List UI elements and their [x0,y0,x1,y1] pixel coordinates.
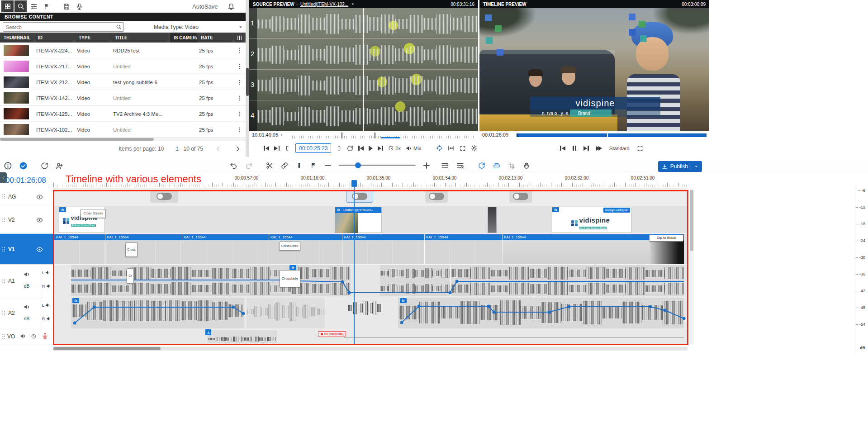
audio-clip[interactable] [398,298,684,328]
audio-mix-button[interactable]: Mix [406,145,421,152]
out-marker[interactable] [375,133,375,138]
visibility-eye-icon[interactable] [36,194,43,200]
right-channel-toggle[interactable]: R [42,316,51,321]
transition-cross-dissolve[interactable]: Cross Dissolv [81,209,106,218]
right-channel-toggle[interactable]: R [42,284,51,289]
left-channel-toggle[interactable]: L [42,270,50,275]
mute-speaker-icon[interactable] [20,333,26,339]
add-marker-icon[interactable] [296,162,303,169]
drag-handle-icon[interactable] [0,309,7,317]
row-menu-icon[interactable] [236,90,245,106]
graphics-item[interactable] [425,190,448,203]
playhead-line[interactable] [354,186,355,345]
transition-crossfade[interactable]: Crossfade [280,270,300,287]
notifications-bell-icon[interactable] [225,0,237,12]
track-lane-vo[interactable]: RECORDING [53,329,688,344]
drag-handle-icon[interactable] [0,193,7,200]
zoom-out-icon[interactable] [325,165,331,166]
fit-to-width-icon[interactable] [448,145,455,152]
column-thumbnail[interactable]: THUMBNAIL [0,33,34,43]
track-header-a1[interactable]: A1 dB L R [0,265,53,297]
column-is-camera[interactable]: IS CAMERA [170,33,197,43]
drag-handle-icon[interactable] [0,333,7,340]
audio-clip[interactable] [71,298,244,328]
row-thumbnail[interactable] [4,124,29,135]
video-clip[interactable]: fx image-vidispin vidispine An Arvato Sy… [552,207,631,233]
note-overlay[interactable] [486,37,493,44]
search-input[interactable] [6,24,116,30]
row-thumbnail[interactable] [4,61,29,72]
note-overlay[interactable] [495,25,502,32]
fullscreen-icon[interactable] [460,145,466,152]
in-marker[interactable] [342,133,342,138]
mute-speaker-icon[interactable] [24,271,30,278]
flag-marker-icon[interactable] [310,162,317,169]
source-video-viewport[interactable]: 1 2 3 4 [249,8,478,131]
search-tool-button[interactable] [14,0,27,12]
graphics-item[interactable] [150,190,178,203]
razor-tool-icon[interactable] [493,162,500,169]
dip-to-black-segment[interactable] [650,240,684,264]
settings-gear-icon[interactable] [471,145,478,152]
link-clips-icon[interactable] [281,162,288,169]
hand-tool-icon[interactable] [523,162,530,169]
note-overlay[interactable] [629,14,636,20]
drag-handle-icon[interactable] [0,277,7,285]
db-toggle[interactable]: dB [24,284,29,289]
fx-badge[interactable]: fx [289,265,296,270]
approve-check-icon[interactable] [19,161,28,170]
zoom-slider[interactable] [339,165,416,166]
note-overlay[interactable] [640,35,647,42]
track-header-ag[interactable]: AG [0,188,53,206]
video-clip[interactable]: fx Untitled(ITEM-VX- [335,207,382,233]
search-icon[interactable] [116,24,122,30]
speed-indicator[interactable]: 0x [388,145,401,151]
video-clip-fragment[interactable] [488,207,497,233]
import-badge[interactable] [205,329,211,335]
note-overlay[interactable] [629,29,636,36]
source-timecode[interactable]: 10:01:40:05 [252,132,284,138]
mark-out-icon[interactable] [336,145,342,151]
table-row[interactable]: ITEM-VX-102... Video Untitled 25 fps [0,122,246,138]
note-overlay[interactable] [485,14,492,21]
redo-icon[interactable] [245,161,253,169]
timeline-vscrollbar[interactable] [689,188,694,344]
drag-handle-icon[interactable] [0,216,7,223]
fx-badge[interactable]: fx [552,207,559,212]
record-mic-icon[interactable] [42,332,48,339]
next-page-icon[interactable] [234,145,241,152]
play-button[interactable] [369,146,373,151]
row-menu-icon[interactable] [236,106,245,122]
visibility-eye-icon[interactable] [36,217,43,223]
transition-cross-dissolve[interactable]: Cross Disso [279,242,300,251]
transition-cr[interactable]: Cr [127,268,134,284]
transition-cross[interactable]: Cross [125,242,138,257]
table-row[interactable]: ITEM-VX-125... Video TV2 Archive 4:3 Me.… [0,106,246,122]
graphics-item-selected[interactable] [346,190,373,203]
trim-tool-icon[interactable] [508,162,515,169]
audio-clip[interactable] [247,298,325,328]
save-button[interactable] [60,0,72,12]
insert-track-icon[interactable] [441,161,449,169]
go-to-end-button[interactable] [583,146,589,151]
items-per-page-label[interactable]: Items per page: 10 [119,146,164,152]
track-lane-a1[interactable]: fx Cr Crossfade [53,265,688,297]
column-type[interactable]: TYPE [75,33,111,43]
overwrite-track-icon[interactable] [456,161,464,169]
row-menu-icon[interactable] [236,58,245,74]
source-playhead-line[interactable] [363,8,364,131]
note-overlay[interactable] [639,21,645,28]
filters-button[interactable] [28,0,40,12]
row-menu-icon[interactable] [236,74,245,90]
db-toggle[interactable]: dB [24,316,29,321]
visibility-eye-icon[interactable] [36,246,43,253]
monitor-icon[interactable] [31,333,37,339]
fx-badge[interactable]: fx [400,298,407,303]
row-thumbnail[interactable] [4,108,29,119]
chevron-down-icon[interactable] [351,2,355,6]
column-settings-icon[interactable] [233,33,246,43]
table-row[interactable]: ITEM-VX-217... Video Untitled 25 fps [0,58,246,74]
prev-page-icon[interactable] [215,145,222,152]
browse-vscrollbar[interactable] [246,0,249,157]
track-header-vo[interactable]: VO [0,329,53,344]
